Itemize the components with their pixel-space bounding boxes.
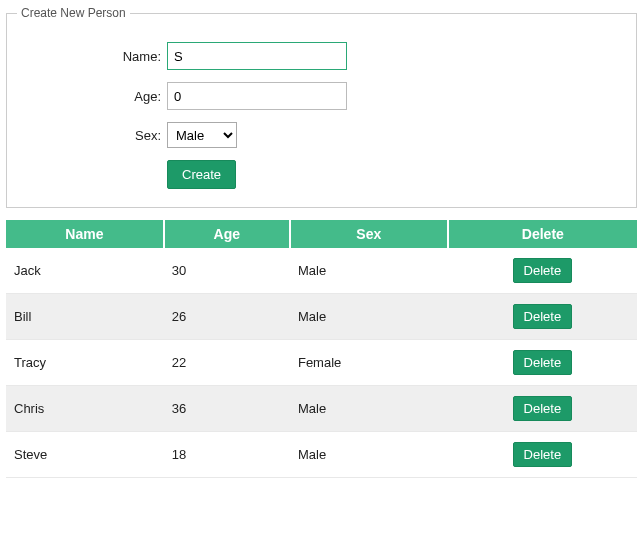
sex-label: Sex: [17,128,167,143]
create-button[interactable]: Create [167,160,236,189]
cell-name: Jack [6,248,164,294]
cell-sex: Male [290,432,448,478]
table-row: Bill26MaleDelete [6,294,637,340]
table-row: Tracy22FemaleDelete [6,340,637,386]
delete-button[interactable]: Delete [513,258,573,283]
cell-name: Chris [6,386,164,432]
delete-button[interactable]: Delete [513,396,573,421]
name-input[interactable] [167,42,347,70]
cell-sex: Male [290,386,448,432]
sex-select[interactable]: MaleFemale [167,122,237,148]
header-name: Name [6,220,164,248]
name-label: Name: [17,49,167,64]
header-delete: Delete [448,220,637,248]
cell-age: 26 [164,294,290,340]
header-sex: Sex [290,220,448,248]
cell-name: Tracy [6,340,164,386]
header-age: Age [164,220,290,248]
cell-age: 22 [164,340,290,386]
age-label: Age: [17,89,167,104]
row-name: Name: [17,42,626,70]
create-person-form: Create New Person Name: Age: Sex: MaleFe… [6,6,637,208]
cell-age: 30 [164,248,290,294]
delete-button[interactable]: Delete [513,350,573,375]
cell-delete: Delete [448,340,637,386]
cell-delete: Delete [448,386,637,432]
row-create: Create [167,160,626,189]
cell-name: Bill [6,294,164,340]
table-header-row: Name Age Sex Delete [6,220,637,248]
cell-name: Steve [6,432,164,478]
cell-age: 18 [164,432,290,478]
row-age: Age: [17,82,626,110]
cell-delete: Delete [448,294,637,340]
cell-sex: Female [290,340,448,386]
row-sex: Sex: MaleFemale [17,122,626,148]
people-table: Name Age Sex Delete Jack30MaleDeleteBill… [6,220,637,478]
cell-sex: Male [290,248,448,294]
cell-sex: Male [290,294,448,340]
form-legend: Create New Person [17,6,130,20]
table-row: Steve18MaleDelete [6,432,637,478]
cell-delete: Delete [448,432,637,478]
age-input[interactable] [167,82,347,110]
table-row: Jack30MaleDelete [6,248,637,294]
cell-age: 36 [164,386,290,432]
cell-delete: Delete [448,248,637,294]
delete-button[interactable]: Delete [513,442,573,467]
delete-button[interactable]: Delete [513,304,573,329]
table-row: Chris36MaleDelete [6,386,637,432]
